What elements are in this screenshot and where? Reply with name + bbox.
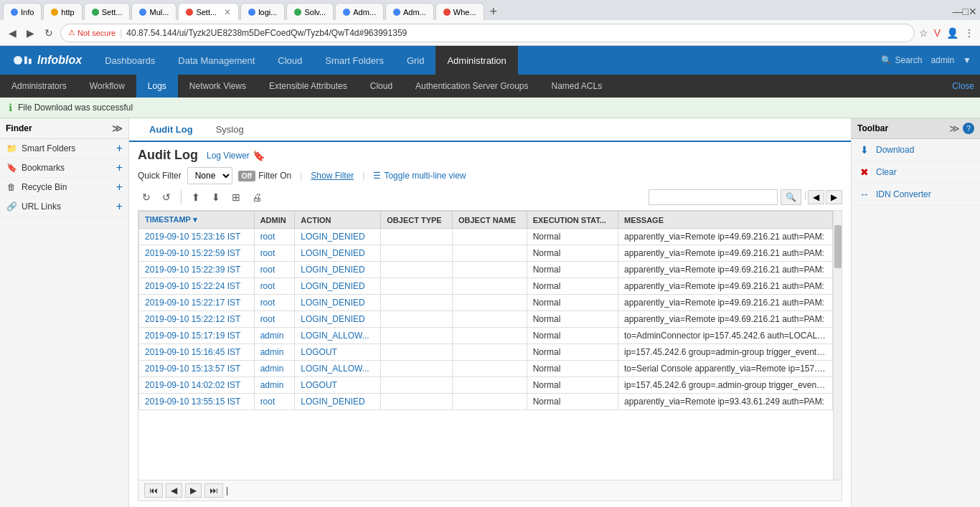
browser-tab-logi[interactable]: logi... <box>240 3 285 20</box>
new-tab-button[interactable]: + <box>486 4 502 19</box>
user-dropdown-icon[interactable]: ▼ <box>963 55 971 65</box>
table-row[interactable]: 2019-09-10 15:22:17 IST root LOGIN_DENIE… <box>139 295 833 311</box>
finder-item-url-links[interactable]: 🔗 URL Links + <box>0 197 128 217</box>
smart-folders-add-button[interactable]: + <box>116 143 123 154</box>
table-row[interactable]: 2019-09-10 15:16:45 IST admin LOGOUT Nor… <box>139 344 833 361</box>
rt-download-button[interactable]: ⬇ Download <box>852 139 980 161</box>
browser-tab-info[interactable]: Info <box>3 3 42 20</box>
sub-nav-auth-server-groups[interactable]: Authentication Server Groups <box>404 75 540 98</box>
forward-button[interactable]: ▶ <box>24 26 37 40</box>
th-exec-status[interactable]: EXECUTION STAT... <box>527 212 618 229</box>
table-search-input[interactable] <box>649 189 778 205</box>
cell-action: LOGOUT <box>295 377 381 394</box>
rt-idn-converter-button[interactable]: ↔ IDN Converter <box>852 184 980 206</box>
search-go-button[interactable]: 🔍 <box>781 189 801 205</box>
sub-nav-cloud[interactable]: Cloud <box>359 75 404 98</box>
browser-tab-mul[interactable]: Mul... <box>131 3 176 20</box>
prev-page-button[interactable]: ◀ <box>166 483 182 498</box>
sub-nav-workflow[interactable]: Workflow <box>78 75 136 98</box>
tab-syslog[interactable]: Syslog <box>204 118 255 142</box>
table-row[interactable]: 2019-09-10 15:17:19 IST admin LOGIN_ALLO… <box>139 328 833 344</box>
refresh-button[interactable]: ↻ <box>42 26 56 40</box>
th-message[interactable]: MESSAGE <box>618 212 832 229</box>
cell-message: ip=157.45.242.6 group=.admin-group trigg… <box>618 377 832 394</box>
table-wrapper[interactable]: TIMESTAMP ▾ ADMIN ACTION OBJECT TYPE OBJ… <box>138 211 833 480</box>
separator <box>181 190 182 204</box>
browser-tab-solv[interactable]: Solv... <box>286 3 334 20</box>
star-icon[interactable]: ☆ <box>919 27 928 39</box>
table-row[interactable]: 2019-09-10 13:55:15 IST root LOGIN_DENIE… <box>139 394 833 410</box>
sub-nav-logs[interactable]: Logs <box>136 75 178 98</box>
close-window-button[interactable]: ✕ <box>969 6 977 17</box>
search-next-button[interactable]: ▶ <box>826 190 842 204</box>
finder-collapse-button[interactable]: ≫ <box>112 123 123 134</box>
cell-message: ip=157.45.242.6 group=admin-group trigge… <box>618 344 832 361</box>
cell-action: LOGIN_DENIED <box>295 262 381 278</box>
table-row[interactable]: 2019-09-10 15:22:12 IST root LOGIN_DENIE… <box>139 311 833 328</box>
browser-tab-adm2[interactable]: Adm... <box>385 3 434 20</box>
search-area[interactable]: 🔍 Search <box>881 55 922 65</box>
cell-object-type <box>381 377 453 394</box>
nav-grid[interactable]: Grid <box>395 46 436 75</box>
address-bar[interactable]: ⚠ Not secure | 40.87.54.144/ui/Tyzk2UE82… <box>60 24 915 42</box>
tab-close-icon[interactable]: ✕ <box>224 7 231 17</box>
print-button[interactable]: 🖨 <box>248 189 266 206</box>
vivaldi-icon[interactable]: V <box>934 27 941 39</box>
first-page-button[interactable]: ⏮ <box>144 483 163 498</box>
finder-item-smart-folders[interactable]: 📁 Smart Folders + <box>0 139 128 158</box>
th-object-name[interactable]: OBJECT NAME <box>453 212 527 229</box>
finder-item-recycle-bin[interactable]: 🗑 Recycle Bin + <box>0 178 128 197</box>
browser-tab-http[interactable]: http <box>43 3 82 20</box>
toggle-multiline-button[interactable]: ☰ Toggle multi-line view <box>373 171 466 181</box>
back-button[interactable]: ◀ <box>6 26 19 40</box>
rt-clear-button[interactable]: ✖ Clear <box>852 161 980 184</box>
recycle-bin-add-button[interactable]: + <box>116 181 123 193</box>
rt-help-button[interactable]: ? <box>963 123 974 134</box>
bookmarks-add-button[interactable]: + <box>116 162 123 174</box>
nav-dashboards[interactable]: Dashboards <box>93 46 166 75</box>
browser-tab-active[interactable]: Sett... ✕ <box>178 3 239 20</box>
profile-icon[interactable]: 👤 <box>946 27 958 39</box>
table-row[interactable]: 2019-09-10 15:13:57 IST admin LOGIN_ALLO… <box>139 361 833 377</box>
refresh-table-button[interactable]: ↻ <box>138 189 155 206</box>
table-row[interactable]: 2019-09-10 15:22:39 IST root LOGIN_DENIE… <box>139 262 833 278</box>
nav-data-management[interactable]: Data Management <box>166 46 266 75</box>
quick-filter-select[interactable]: None <box>187 167 232 184</box>
next-page-button[interactable]: ▶ <box>185 483 202 498</box>
sub-nav-administrators[interactable]: Administrators <box>0 75 78 98</box>
browser-tab-adm1[interactable]: Adm... <box>335 3 384 20</box>
table-row[interactable]: 2019-09-10 15:22:59 IST root LOGIN_DENIE… <box>139 245 833 262</box>
table-row[interactable]: 2019-09-10 15:22:24 IST root LOGIN_DENIE… <box>139 278 833 295</box>
undo-button[interactable]: ↺ <box>158 189 175 206</box>
maximize-button[interactable]: □ <box>963 6 969 17</box>
rt-expand-arrow[interactable]: ≫ <box>949 123 960 134</box>
show-filter-button[interactable]: Show Filter <box>311 171 354 181</box>
th-timestamp[interactable]: TIMESTAMP ▾ <box>139 212 255 229</box>
table-row[interactable]: 2019-09-10 14:02:02 IST admin LOGOUT Nor… <box>139 377 833 394</box>
finder-item-bookmarks[interactable]: 🔖 Bookmarks + <box>0 158 128 178</box>
nav-cloud[interactable]: Cloud <box>266 46 314 75</box>
search-prev-button[interactable]: ◀ <box>808 190 824 204</box>
upload-button[interactable]: ⬆ <box>187 189 204 206</box>
th-object-type[interactable]: OBJECT TYPE <box>381 212 453 229</box>
browser-tab-sett1[interactable]: Sett... <box>84 3 131 20</box>
close-button[interactable]: Close <box>952 81 974 91</box>
url-links-add-button[interactable]: + <box>116 201 123 212</box>
grid-button[interactable]: ⊞ <box>227 189 245 206</box>
sub-nav-extensible-attributes[interactable]: Extensible Attributes <box>258 75 359 98</box>
browser-tab-whe[interactable]: Whe... <box>435 3 484 20</box>
nav-administration[interactable]: Administration <box>435 46 517 75</box>
log-viewer-button[interactable]: Log Viewer 🔖 <box>207 150 265 161</box>
nav-smart-folders[interactable]: Smart Folders <box>314 46 395 75</box>
th-admin[interactable]: ADMIN <box>254 212 295 229</box>
sub-nav-named-acls[interactable]: Named ACLs <box>540 75 614 98</box>
scrollbar[interactable] <box>833 211 842 480</box>
sub-nav-network-views[interactable]: Network Views <box>178 75 258 98</box>
th-action[interactable]: ACTION <box>295 212 381 229</box>
menu-icon[interactable]: ⋮ <box>964 27 974 39</box>
table-row[interactable]: 2019-09-10 15:23:16 IST root LOGIN_DENIE… <box>139 229 833 245</box>
tab-audit-log[interactable]: Audit Log <box>138 118 204 142</box>
download-button[interactable]: ⬇ <box>207 189 225 206</box>
last-page-button[interactable]: ⏭ <box>204 483 223 498</box>
minimize-button[interactable]: — <box>953 6 963 17</box>
